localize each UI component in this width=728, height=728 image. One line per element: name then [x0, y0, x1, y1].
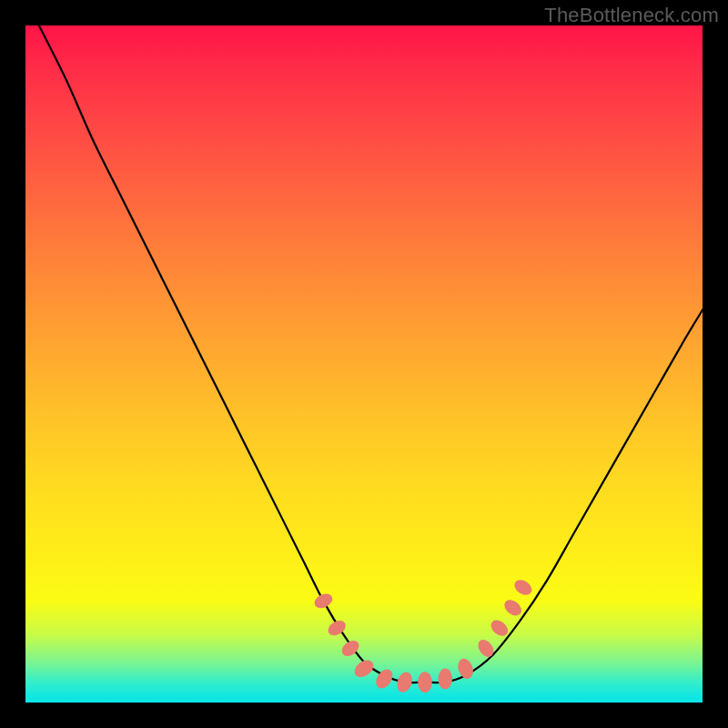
curve-marker — [395, 670, 415, 694]
watermark-text: TheBottleneck.com — [544, 4, 719, 27]
bottleneck-curve-svg — [25, 25, 703, 703]
curve-marker — [418, 672, 432, 693]
curve-marker — [312, 591, 335, 611]
bottleneck-curve-path — [39, 25, 703, 682]
curve-marker — [488, 617, 511, 639]
curve-marker — [456, 657, 476, 682]
chart-plot-area — [25, 25, 703, 703]
curve-marker — [475, 637, 497, 660]
chart-frame: TheBottleneck.com — [0, 0, 728, 728]
curve-marker — [438, 669, 452, 690]
curve-marker — [511, 577, 534, 598]
curve-marker — [501, 597, 524, 619]
curve-marker-group — [312, 577, 535, 694]
